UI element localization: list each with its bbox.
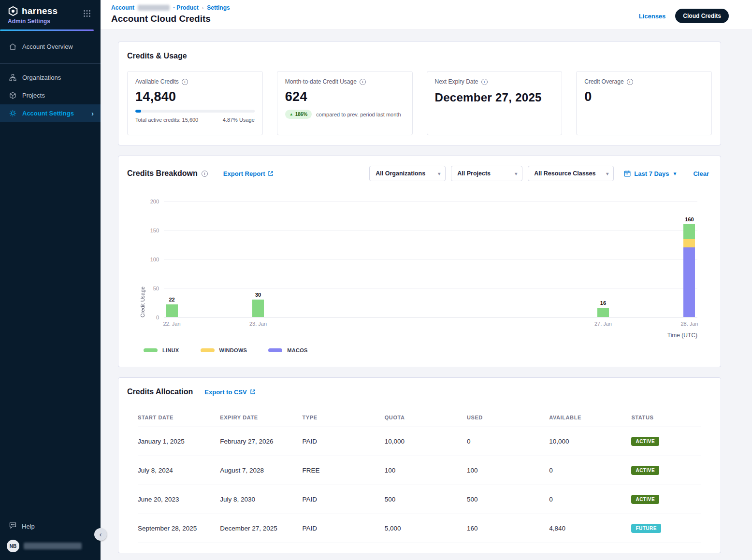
info-icon[interactable]: i bbox=[627, 79, 633, 85]
bar-segment-linux bbox=[166, 304, 178, 317]
breakdown-filters: All Organizations ▾ All Projects ▾ All R… bbox=[369, 166, 712, 181]
breadcrumb-account-link[interactable]: Account bbox=[111, 4, 134, 11]
main-area: Account - Product › Settings Account Clo… bbox=[101, 0, 752, 560]
projects-filter-value: All Projects bbox=[457, 170, 491, 177]
credits-allocation-table: START DATEEXPIRY DATETYPEQUOTAUSEDAVAILA… bbox=[138, 410, 701, 543]
legend-swatch bbox=[201, 348, 215, 352]
cell-quota: 10,000 bbox=[385, 427, 467, 456]
chart-plot-area: 05010015020022. Jan2223. Jan3027. Jan162… bbox=[164, 201, 697, 317]
cloud-credits-button[interactable]: Cloud Credits bbox=[675, 9, 729, 23]
sidebar-collapse-handle[interactable]: ‹ bbox=[94, 528, 107, 541]
projects-cube-icon bbox=[9, 91, 17, 100]
bar-value-label: 16 bbox=[600, 300, 606, 306]
clear-filters-button[interactable]: Clear bbox=[693, 170, 709, 177]
credit-overage-card: Credit Overage i 0 bbox=[576, 71, 712, 135]
date-range-filter[interactable]: Last 7 Days ▼ bbox=[624, 170, 677, 177]
cell-used: 160 bbox=[467, 514, 549, 543]
resource-classes-filter-select[interactable]: All Resource Classes ▾ bbox=[528, 166, 614, 181]
legend-item-linux[interactable]: LINUX bbox=[144, 347, 179, 353]
sidebar-item-organizations[interactable]: Organizations bbox=[0, 69, 101, 86]
next-expiry-card: Next Expiry Date i December 27, 2025 bbox=[427, 71, 563, 135]
cell-start-date: January 1, 2025 bbox=[138, 427, 220, 456]
nav-divider bbox=[0, 63, 101, 64]
y-axis-tick-label: 100 bbox=[150, 257, 159, 262]
cell-available: 0 bbox=[549, 485, 631, 514]
credits-usage-card: Credits & Usage Available Credits i 14,8… bbox=[118, 42, 721, 145]
help-chat-icon bbox=[9, 521, 17, 531]
user-menu[interactable]: NB bbox=[0, 536, 101, 557]
table-row: January 1, 2025February 27, 2026PAID10,0… bbox=[138, 427, 701, 456]
organizations-filter-select[interactable]: All Organizations ▾ bbox=[369, 166, 446, 181]
cell-expiry-date: February 27, 2026 bbox=[220, 427, 302, 456]
legend-item-windows[interactable]: WINDOWS bbox=[201, 347, 247, 353]
column-header: STATUS bbox=[631, 410, 701, 427]
delta-value: 186% bbox=[295, 112, 308, 117]
credits-breakdown-chart: Credit Usage 05010015020022. Jan2223. Ja… bbox=[140, 201, 709, 353]
chevron-right-icon: › bbox=[91, 109, 94, 117]
sidebar-item-projects[interactable]: Projects bbox=[0, 86, 101, 104]
info-icon[interactable]: i bbox=[481, 79, 488, 85]
help-button[interactable]: Help bbox=[0, 517, 101, 536]
info-icon[interactable]: i bbox=[182, 79, 188, 85]
export-csv-link[interactable]: Export to CSV bbox=[204, 388, 255, 396]
cell-available: 4,840 bbox=[549, 514, 631, 543]
licenses-link[interactable]: Licenses bbox=[639, 13, 666, 20]
avatar: NB bbox=[7, 540, 19, 552]
legend-label: MACOS bbox=[287, 347, 307, 353]
available-credits-card: Available Credits i 14,840 Total active … bbox=[127, 71, 263, 135]
projects-filter-select[interactable]: All Projects ▾ bbox=[451, 166, 522, 181]
sidebar-footer: Help NB bbox=[0, 517, 101, 560]
cell-start-date: September 28, 2025 bbox=[138, 514, 220, 543]
breadcrumb-product-link[interactable]: - Product bbox=[173, 4, 199, 11]
credits-progress-fill bbox=[135, 110, 141, 113]
credit-overage-value: 0 bbox=[584, 89, 704, 104]
x-axis-tick-label: 28. Jan bbox=[680, 321, 698, 327]
credits-usage-title: Credits & Usage bbox=[127, 52, 712, 60]
cell-quota: 5,000 bbox=[385, 514, 467, 543]
cell-expiry-date: July 8, 2030 bbox=[220, 485, 302, 514]
info-icon[interactable]: i bbox=[202, 171, 208, 177]
page-title: Account Cloud Credits bbox=[111, 14, 729, 24]
stat-label: Credit Overage bbox=[584, 78, 623, 85]
status-badge: ACTIVE bbox=[631, 495, 659, 504]
brand-subtitle: Admin Settings bbox=[8, 18, 94, 25]
y-axis-tick-label: 50 bbox=[153, 286, 159, 291]
sidebar-item-label: Organizations bbox=[22, 74, 61, 81]
info-icon[interactable]: i bbox=[360, 79, 366, 85]
gridline bbox=[164, 230, 697, 230]
app-switcher-icon[interactable] bbox=[83, 10, 91, 17]
breadcrumb: Account - Product › Settings bbox=[111, 4, 729, 11]
cell-status: FUTURE bbox=[631, 514, 701, 543]
column-header: START DATE bbox=[138, 410, 220, 427]
sidebar-item-account-settings[interactable]: Account Settings › bbox=[0, 104, 101, 122]
delta-badge: ▲ 186% bbox=[285, 110, 312, 119]
external-link-icon bbox=[268, 171, 274, 176]
bar-value-label: 22 bbox=[169, 297, 174, 302]
caret-down-icon: ▼ bbox=[673, 171, 678, 176]
column-header: QUOTA bbox=[385, 410, 467, 427]
table-row: September 28, 2025December 27, 2025PAID5… bbox=[138, 514, 701, 543]
legend-item-macos[interactable]: MACOS bbox=[268, 347, 307, 353]
bar-value-label: 160 bbox=[685, 216, 694, 222]
legend-swatch bbox=[268, 348, 282, 352]
status-badge: ACTIVE bbox=[631, 437, 659, 446]
bar-segment-windows bbox=[683, 239, 695, 247]
chevron-down-icon: ▾ bbox=[438, 171, 440, 176]
gridline bbox=[164, 259, 697, 259]
y-axis-title: Credit Usage bbox=[140, 201, 145, 317]
sidebar-item-label: Projects bbox=[22, 92, 45, 99]
breadcrumb-settings-link[interactable]: Settings bbox=[207, 4, 230, 11]
mtd-usage-card: Month-to-date Credit Usage i 624 ▲ 186% … bbox=[277, 71, 413, 135]
export-report-link[interactable]: Export Report bbox=[223, 170, 274, 177]
cell-type: PAID bbox=[302, 485, 384, 514]
brand-block: harness Admin Settings bbox=[0, 0, 101, 31]
delta-note: compared to prev. period last month bbox=[316, 112, 401, 117]
harness-logo-icon bbox=[8, 6, 18, 16]
gear-icon bbox=[9, 109, 17, 117]
stat-label: Next Expiry Date bbox=[435, 78, 478, 85]
cell-start-date: July 8, 2024 bbox=[138, 456, 220, 485]
sidebar-item-account-overview[interactable]: Account Overview bbox=[0, 38, 101, 56]
stat-label: Month-to-date Credit Usage bbox=[285, 78, 357, 85]
bar-segment-linux bbox=[252, 300, 264, 317]
resource-classes-filter-value: All Resource Classes bbox=[534, 170, 595, 177]
